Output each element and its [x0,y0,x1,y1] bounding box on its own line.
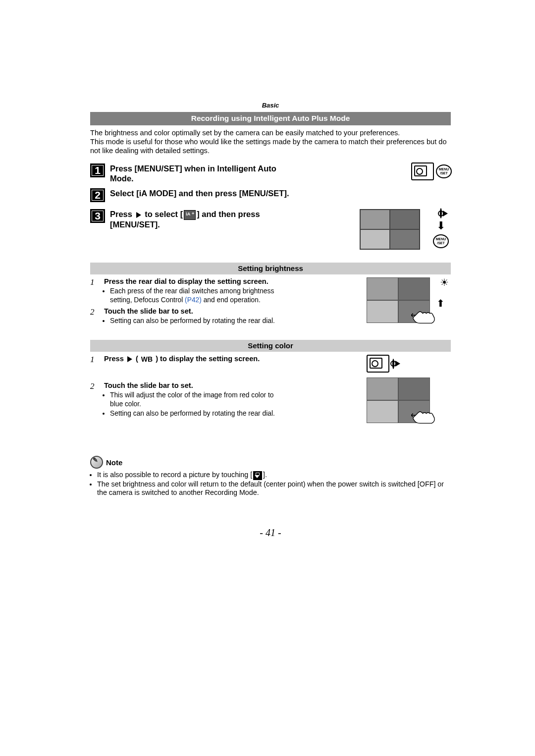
touch-hand-icon [411,406,438,426]
sub-step-bold: Press the rear dial to display the setti… [104,277,288,285]
manual-page: Basic Recording using Intelligent Auto P… [0,0,535,568]
text-fragment: ( [134,355,140,363]
brightness-illustration: ☀ ⬆ [367,277,451,323]
menu-set-icon: MENU/SET [433,234,449,248]
step-number-badge: 3 [90,209,105,223]
note-list: It is also possible to record a picture … [90,471,451,497]
text-fragment: Press [110,210,135,218]
page-link[interactable]: (P42) [185,296,202,304]
step-text: Press [MENU/SET] when in Intelligent Aut… [110,163,293,184]
main-steps: 1 Press [MENU/SET] when in Intelligent A… [90,163,451,254]
touch-hand-icon [411,306,438,326]
sub-step-bold: Press ( WB ) to display the setting scre… [104,355,288,363]
bullet: The set brightness and color will return… [97,480,451,498]
note-title-text: Note [106,458,122,467]
subsection-title-color: Setting color [90,340,451,352]
step3-illustration: ⬇ MENU/SET [360,209,451,250]
screen-diagram [360,209,420,250]
sub-step: 2 Touch the slide bar to set. Setting ca… [90,307,288,326]
brightness-block: 1 Press the rear dial to display the set… [90,277,451,332]
color-illustration [367,355,451,423]
dpad-icon [440,208,442,218]
right-arrow-icon [395,361,400,367]
camera-icon [367,355,389,373]
text-fragment: ) to display the setting screen. [154,355,260,363]
menu-set-icon: MENU/SET [436,164,452,178]
dpad-icon [392,359,394,369]
step-text: Press to select [] and then press [MENU/… [110,209,293,229]
text-fragment: to select [ [143,210,183,218]
sub-step: 1 Press the rear dial to display the set… [90,277,288,305]
step-text: Select [iA MODE] and then press [MENU/SE… [110,188,289,199]
step-1: 1 Press [MENU/SET] when in Intelligent A… [90,163,451,184]
sub-step-bold: Touch the slide bar to set. [104,307,288,315]
bullet: It is also possible to record a picture … [97,471,451,480]
step-3: 3 Press to select [] and then press [MEN… [90,209,451,254]
bullet: This will adjust the color of the image … [110,391,288,408]
bullet: Setting can also be performed by rotatin… [110,409,288,418]
subsection-title-brightness: Setting brightness [90,263,451,274]
sub-step: 1 Press ( WB ) to display the setting sc… [90,355,288,365]
wb-icon: WB [141,355,153,363]
color-block: 1 Press ( WB ) to display the setting sc… [90,355,451,444]
camera-icon [411,162,434,180]
right-arrow-icon [443,211,448,216]
text-fragment: It is also possible to record a picture … [97,471,252,479]
brightness-icon: ☀ [440,276,449,288]
section-label: Basic [90,102,451,109]
sub-step-number: 1 [90,355,104,365]
text-fragment: ]. [263,471,267,479]
step1-illustration: MENU/SET [411,162,452,180]
sub-step: 2 Touch the slide bar to set. This will … [90,381,288,419]
right-triangle-icon [136,212,141,218]
ia-plus-icon [184,210,196,220]
note-heading: Note [90,456,451,469]
intro-text: The brightness and color optimally set b… [90,128,451,156]
page-title: Recording using Intelligent Auto Plus Mo… [90,112,451,125]
record-icon [253,471,262,480]
bullet: Setting can also be performed by rotatin… [110,317,288,325]
step-number-badge: 1 [90,163,105,177]
bullet: Each press of the rear dial switches amo… [110,287,288,304]
controls-diagram: ⬇ MENU/SET [429,209,453,248]
step-2: 2 Select [iA MODE] and then press [MENU/… [90,188,451,202]
page-number: - 41 - [90,527,451,539]
sub-step-bold: Touch the slide bar to set. [104,381,288,389]
down-arrow-icon: ⬇ [436,220,445,231]
step-number-badge: 2 [90,188,105,202]
text-fragment: Press [104,355,126,363]
right-triangle-icon [127,356,132,362]
note-icon [90,456,103,469]
